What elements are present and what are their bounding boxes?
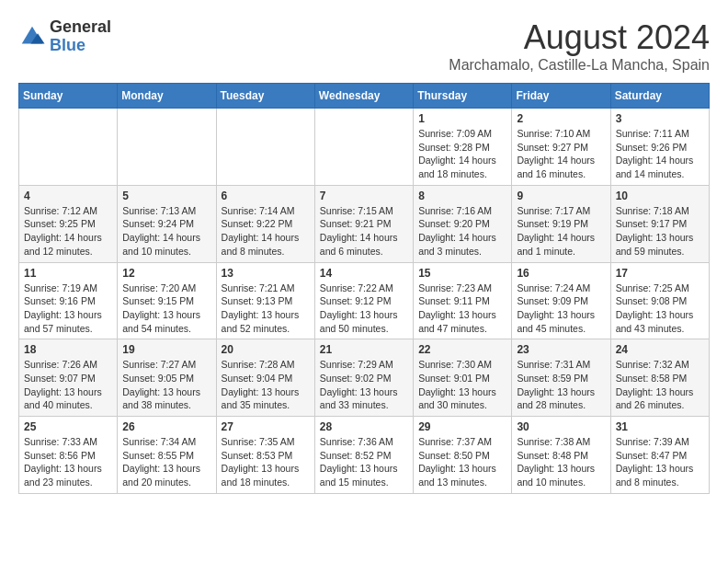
day-number: 6	[222, 190, 310, 202]
day-info: Sunrise: 7:16 AMSunset: 9:20 PMDaylight:…	[418, 204, 506, 259]
day-info: Sunrise: 7:19 AMSunset: 9:16 PMDaylight:…	[24, 282, 112, 336]
logo-text: General Blue	[50, 18, 111, 55]
calendar-cell: 26Sunrise: 7:34 AMSunset: 8:55 PMDayligh…	[118, 417, 216, 494]
calendar-cell: 14Sunrise: 7:22 AMSunset: 9:12 PMDayligh…	[314, 262, 413, 339]
calendar-cell: 20Sunrise: 7:28 AMSunset: 9:04 PMDayligh…	[216, 339, 314, 417]
day-info: Sunrise: 7:28 AMSunset: 9:04 PMDaylight:…	[222, 358, 310, 412]
day-info: Sunrise: 7:17 AMSunset: 9:19 PMDaylight:…	[517, 204, 605, 259]
day-number: 18	[24, 343, 112, 356]
day-number: 7	[320, 190, 408, 202]
day-number: 4	[24, 190, 112, 202]
calendar-week-5: 25Sunrise: 7:33 AMSunset: 8:56 PMDayligh…	[19, 417, 710, 494]
logo: General Blue	[18, 18, 111, 55]
column-header-thursday: Thursday	[414, 84, 512, 109]
calendar-cell: 21Sunrise: 7:29 AMSunset: 9:02 PMDayligh…	[314, 339, 413, 417]
calendar-cell: 8Sunrise: 7:16 AMSunset: 9:20 PMDaylight…	[414, 185, 512, 262]
calendar-cell: 28Sunrise: 7:36 AMSunset: 8:52 PMDayligh…	[314, 417, 413, 494]
column-header-saturday: Saturday	[610, 84, 709, 109]
day-number: 22	[418, 343, 506, 356]
day-number: 28	[320, 420, 408, 433]
calendar-cell	[216, 109, 314, 186]
calendar-cell: 17Sunrise: 7:25 AMSunset: 9:08 PMDayligh…	[610, 262, 709, 339]
calendar-cell: 5Sunrise: 7:13 AMSunset: 9:24 PMDaylight…	[118, 185, 216, 262]
calendar-cell: 7Sunrise: 7:15 AMSunset: 9:21 PMDaylight…	[314, 185, 413, 262]
calendar-cell: 23Sunrise: 7:31 AMSunset: 8:59 PMDayligh…	[512, 339, 610, 417]
calendar-cell: 12Sunrise: 7:20 AMSunset: 9:15 PMDayligh…	[118, 262, 216, 339]
calendar-cell: 29Sunrise: 7:37 AMSunset: 8:50 PMDayligh…	[414, 417, 512, 494]
day-number: 10	[616, 190, 704, 202]
day-number: 8	[418, 190, 506, 202]
calendar-cell: 15Sunrise: 7:23 AMSunset: 9:11 PMDayligh…	[414, 262, 512, 339]
day-info: Sunrise: 7:25 AMSunset: 9:08 PMDaylight:…	[616, 282, 704, 336]
logo-general: General	[50, 18, 111, 37]
location-title: Marchamalo, Castille-La Mancha, Spain	[449, 57, 710, 74]
calendar-cell: 11Sunrise: 7:19 AMSunset: 9:16 PMDayligh…	[19, 262, 118, 339]
day-info: Sunrise: 7:21 AMSunset: 9:13 PMDaylight:…	[222, 282, 310, 336]
day-info: Sunrise: 7:39 AMSunset: 8:47 PMDaylight:…	[616, 435, 704, 489]
calendar-cell: 10Sunrise: 7:18 AMSunset: 9:17 PMDayligh…	[610, 185, 709, 262]
day-info: Sunrise: 7:38 AMSunset: 8:48 PMDaylight:…	[517, 435, 605, 489]
month-title: August 2024	[449, 18, 710, 57]
day-info: Sunrise: 7:37 AMSunset: 8:50 PMDaylight:…	[418, 435, 506, 489]
day-number: 25	[24, 420, 112, 433]
day-info: Sunrise: 7:23 AMSunset: 9:11 PMDaylight:…	[418, 282, 506, 336]
day-info: Sunrise: 7:14 AMSunset: 9:22 PMDaylight:…	[222, 204, 310, 259]
day-info: Sunrise: 7:33 AMSunset: 8:56 PMDaylight:…	[24, 435, 112, 489]
day-info: Sunrise: 7:27 AMSunset: 9:05 PMDaylight:…	[122, 358, 210, 412]
day-info: Sunrise: 7:31 AMSunset: 8:59 PMDaylight:…	[517, 358, 605, 412]
day-info: Sunrise: 7:29 AMSunset: 9:02 PMDaylight:…	[320, 358, 408, 412]
day-number: 26	[122, 420, 210, 433]
day-info: Sunrise: 7:09 AMSunset: 9:28 PMDaylight:…	[418, 127, 506, 181]
column-header-tuesday: Tuesday	[216, 84, 314, 109]
calendar-cell: 3Sunrise: 7:11 AMSunset: 9:26 PMDaylight…	[610, 109, 709, 186]
day-number: 11	[24, 267, 112, 280]
day-number: 13	[222, 267, 310, 280]
day-number: 29	[418, 420, 506, 433]
day-info: Sunrise: 7:10 AMSunset: 9:27 PMDaylight:…	[517, 127, 605, 181]
calendar-cell: 25Sunrise: 7:33 AMSunset: 8:56 PMDayligh…	[19, 417, 118, 494]
calendar-week-2: 4Sunrise: 7:12 AMSunset: 9:25 PMDaylight…	[19, 185, 710, 262]
calendar-cell: 22Sunrise: 7:30 AMSunset: 9:01 PMDayligh…	[414, 339, 512, 417]
calendar-cell: 19Sunrise: 7:27 AMSunset: 9:05 PMDayligh…	[118, 339, 216, 417]
calendar-cell	[19, 109, 118, 186]
day-number: 3	[616, 112, 704, 125]
logo-blue: Blue	[50, 37, 111, 55]
day-info: Sunrise: 7:13 AMSunset: 9:24 PMDaylight:…	[122, 204, 210, 259]
day-info: Sunrise: 7:32 AMSunset: 8:58 PMDaylight:…	[616, 358, 704, 412]
calendar-cell	[314, 109, 413, 186]
logo-icon	[18, 23, 46, 51]
calendar-week-3: 11Sunrise: 7:19 AMSunset: 9:16 PMDayligh…	[19, 262, 710, 339]
calendar-cell: 1Sunrise: 7:09 AMSunset: 9:28 PMDaylight…	[414, 109, 512, 186]
day-number: 9	[517, 190, 605, 202]
day-number: 23	[517, 343, 605, 356]
day-number: 15	[418, 267, 506, 280]
day-info: Sunrise: 7:36 AMSunset: 8:52 PMDaylight:…	[320, 435, 408, 489]
day-info: Sunrise: 7:15 AMSunset: 9:21 PMDaylight:…	[320, 204, 408, 259]
day-info: Sunrise: 7:18 AMSunset: 9:17 PMDaylight:…	[616, 204, 704, 259]
day-info: Sunrise: 7:34 AMSunset: 8:55 PMDaylight:…	[122, 435, 210, 489]
column-header-monday: Monday	[118, 84, 216, 109]
day-number: 2	[517, 112, 605, 125]
day-info: Sunrise: 7:26 AMSunset: 9:07 PMDaylight:…	[24, 358, 112, 412]
page-header: General Blue August 2024 Marchamalo, Cas…	[18, 18, 710, 74]
day-number: 27	[222, 420, 310, 433]
column-header-sunday: Sunday	[19, 84, 118, 109]
title-block: August 2024 Marchamalo, Castille-La Manc…	[449, 18, 710, 74]
day-number: 5	[122, 190, 210, 202]
day-number: 20	[222, 343, 310, 356]
calendar-cell	[118, 109, 216, 186]
day-number: 24	[616, 343, 704, 356]
day-number: 14	[320, 267, 408, 280]
calendar-header-row: SundayMondayTuesdayWednesdayThursdayFrid…	[19, 84, 710, 109]
day-info: Sunrise: 7:22 AMSunset: 9:12 PMDaylight:…	[320, 282, 408, 336]
calendar-cell: 27Sunrise: 7:35 AMSunset: 8:53 PMDayligh…	[216, 417, 314, 494]
calendar-week-4: 18Sunrise: 7:26 AMSunset: 9:07 PMDayligh…	[19, 339, 710, 417]
day-info: Sunrise: 7:20 AMSunset: 9:15 PMDaylight:…	[122, 282, 210, 336]
calendar-cell: 31Sunrise: 7:39 AMSunset: 8:47 PMDayligh…	[610, 417, 709, 494]
calendar-cell: 2Sunrise: 7:10 AMSunset: 9:27 PMDaylight…	[512, 109, 610, 186]
calendar-cell: 18Sunrise: 7:26 AMSunset: 9:07 PMDayligh…	[19, 339, 118, 417]
day-info: Sunrise: 7:35 AMSunset: 8:53 PMDaylight:…	[222, 435, 310, 489]
calendar-cell: 16Sunrise: 7:24 AMSunset: 9:09 PMDayligh…	[512, 262, 610, 339]
day-number: 31	[616, 420, 704, 433]
day-number: 16	[517, 267, 605, 280]
